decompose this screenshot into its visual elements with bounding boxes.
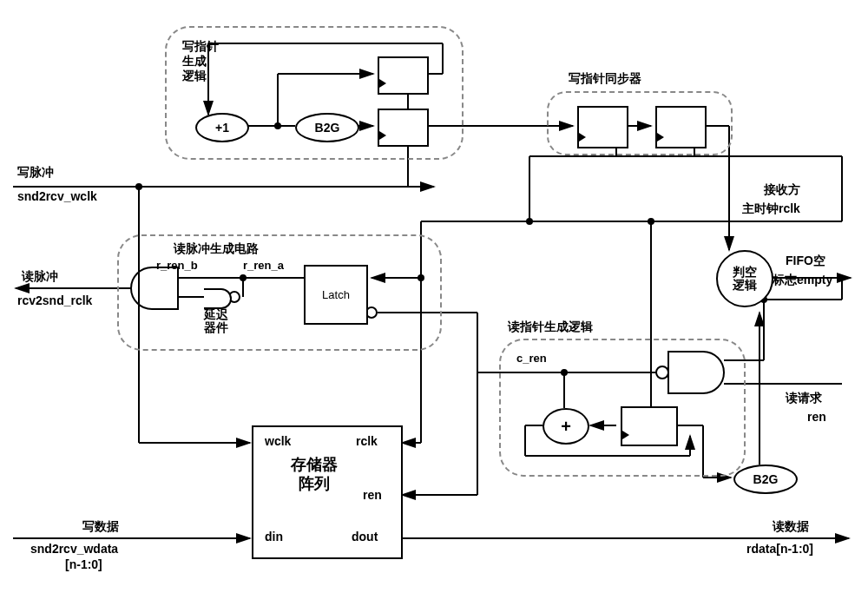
write-reg-1 [378,56,429,95]
read-ptr-gen-label: 读指针生成逻辑 [508,320,593,335]
rcv-clk-cn: 接收方 [764,182,800,198]
write-ptr-sync-label: 写指针同步器 [569,71,641,87]
r-ren-a-label: r_ren_a [243,259,284,272]
empty-logic-block: 判空 逻辑 [716,250,773,307]
mem-ren-label: ren [363,488,382,502]
c-ren-label: c_ren [516,352,547,365]
read-data-en: rdata[n-1:0] [746,542,813,556]
read-req-cn: 读请求 [786,391,822,406]
delay-element [204,288,232,309]
fifo-diagram: 写指针 生成 逻辑 +1 B2G 写指针同步器 读脉冲生成电路 r_ren_b … [9,9,859,584]
mem-title-label: 存储器 阵列 [291,456,338,493]
write-ptr-gen-label: 写指针 生成 逻辑 [182,39,219,82]
read-pulse-en: rcv2snd_rclk [17,293,92,307]
sync-reg-2 [655,106,707,148]
write-reg-2 [378,109,429,147]
write-data-en1: snd2rcv_wdata [30,542,118,556]
b2g-block-2: B2G [733,465,798,494]
sync-reg-1 [577,106,628,148]
read-data-cn: 读数据 [773,519,809,535]
read-req-en: ren [807,410,826,424]
read-reg [621,406,678,446]
svg-point-25 [648,218,654,225]
read-pulse-cn: 读脉冲 [22,269,58,285]
svg-point-64 [135,183,142,190]
delay-label: 延迟 器件 [204,308,228,335]
latch-block: Latch [304,265,368,325]
mem-dout-label: dout [352,530,378,544]
plus-block: + [542,408,589,445]
mem-wclk-label: wclk [265,434,291,448]
read-pulse-gen-block [117,234,442,351]
write-pulse-en: snd2rcv_wclk [17,189,97,203]
fifo-empty-cn: FIFO空 [786,254,825,269]
write-data-en2: [n-1:0] [65,557,102,571]
write-pulse-cn: 写脉冲 [17,165,54,181]
mem-din-label: din [265,530,283,544]
read-pulse-gen-label: 读脉冲生成电路 [174,241,259,257]
r-ren-b-label: r_ren_b [156,259,198,272]
svg-point-23 [526,218,533,225]
mem-rclk-label: rclk [356,434,378,448]
rcv-clk-en: 主时钟rclk [742,201,800,217]
plus1-block: +1 [195,113,249,142]
fifo-empty-en: 标志empty [773,273,832,288]
write-data-cn: 写数据 [82,519,119,535]
b2g-block-1: B2G [295,113,359,142]
